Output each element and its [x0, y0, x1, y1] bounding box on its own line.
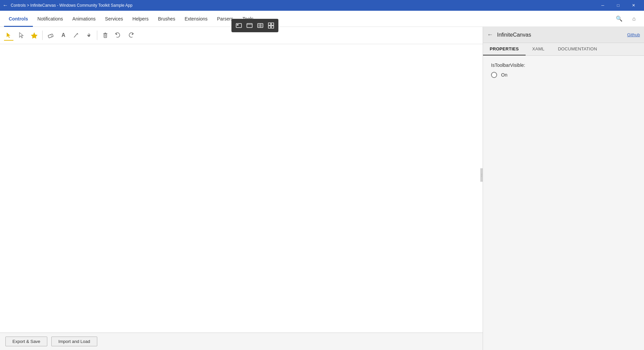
- import-load-button[interactable]: Import and Load: [51, 337, 97, 346]
- menu-item-notifications[interactable]: Notifications: [33, 11, 68, 27]
- panel-content: IsToolbarVisible: On: [483, 56, 644, 350]
- collapse-icon: ⋮: [480, 173, 483, 177]
- canvas-area: A: [0, 27, 483, 350]
- export-save-button[interactable]: Export & Save: [5, 337, 47, 346]
- toggle-row: On: [491, 72, 636, 78]
- tool-select-btn[interactable]: [3, 29, 15, 41]
- menu-item-helpers[interactable]: Helpers: [128, 11, 153, 27]
- titlebar-back-btn[interactable]: ←: [3, 2, 8, 8]
- redo-icon: [127, 32, 134, 39]
- action-undo-btn[interactable]: [112, 29, 124, 41]
- tool-touch-btn[interactable]: [83, 29, 95, 41]
- svg-line-15: [51, 34, 52, 37]
- svg-rect-8: [271, 23, 274, 25]
- tab-properties[interactable]: PROPERTIES: [483, 43, 526, 55]
- ft-display-btn4[interactable]: [266, 21, 276, 30]
- tool-text-btn[interactable]: A: [57, 29, 69, 41]
- toolbar-sep1: [42, 31, 43, 40]
- svg-rect-1: [237, 24, 238, 26]
- tool-eraser-btn[interactable]: [45, 29, 57, 41]
- touch-icon: [86, 32, 92, 39]
- main-layout: A: [0, 27, 644, 350]
- ft-display-btn2[interactable]: [245, 21, 254, 30]
- eraser-icon: [47, 32, 54, 39]
- toggle-radio-on[interactable]: [491, 72, 497, 78]
- menu-item-controls[interactable]: Controls: [4, 11, 33, 27]
- action-redo-btn[interactable]: [125, 29, 137, 41]
- tool-highlight-btn[interactable]: [28, 29, 40, 41]
- right-panel: ← InfiniteCanvas Github PROPERTIES XAML …: [483, 27, 644, 350]
- svg-rect-10: [271, 26, 274, 28]
- ft-icon2: [247, 23, 253, 29]
- toggle-on-label: On: [501, 72, 507, 78]
- ft-display-btn3[interactable]: [256, 21, 265, 30]
- svg-marker-25: [131, 33, 133, 35]
- menu-right-actions: 🔍 ⌂: [613, 13, 640, 25]
- panel-back-btn[interactable]: ←: [487, 31, 493, 38]
- highlight-icon: [31, 32, 38, 39]
- select-icon: [5, 32, 12, 39]
- svg-marker-24: [116, 33, 117, 35]
- svg-marker-12: [19, 33, 23, 38]
- delete-icon: [102, 32, 109, 39]
- menu-item-animations[interactable]: Animations: [68, 11, 100, 27]
- ft-icon1: [236, 23, 242, 29]
- floating-toolbar: [231, 19, 278, 32]
- close-btn[interactable]: ✕: [626, 0, 641, 11]
- node-select-icon: [18, 32, 25, 39]
- undo-icon: [115, 32, 121, 39]
- ft-icon3: [257, 23, 263, 29]
- menu-item-brushes[interactable]: Brushes: [153, 11, 180, 27]
- canvas-content[interactable]: [0, 44, 483, 333]
- search-icon: 🔍: [616, 15, 623, 22]
- text-tool-label: A: [61, 32, 65, 38]
- titlebar: ← Controls > InfiniteCanvas - Windows Co…: [0, 0, 644, 11]
- action-delete-btn[interactable]: [99, 29, 111, 41]
- pen-icon: [73, 32, 79, 39]
- home-btn[interactable]: ⌂: [628, 13, 640, 25]
- toolbar-visible-label: IsToolbarVisible:: [491, 62, 636, 68]
- menu-item-services[interactable]: Services: [100, 11, 128, 27]
- svg-line-16: [74, 33, 77, 37]
- home-icon: ⌂: [632, 16, 636, 22]
- menubar: Controls Notifications Animations Servic…: [0, 11, 644, 27]
- svg-rect-19: [104, 34, 107, 38]
- minimize-btn[interactable]: ─: [595, 0, 610, 11]
- tool-node-select-btn[interactable]: [15, 29, 28, 41]
- svg-marker-11: [7, 33, 10, 38]
- tab-xaml[interactable]: XAML: [526, 43, 551, 55]
- tool-pen-btn[interactable]: [70, 29, 82, 41]
- panel-collapse-handle[interactable]: ⋮: [480, 168, 483, 182]
- window-controls: ─ □ ✕: [595, 0, 641, 11]
- bottom-bar: Export & Save Import and Load: [0, 333, 483, 350]
- ft-display-btn1[interactable]: [234, 21, 244, 30]
- toolbar-sep2: [97, 31, 97, 40]
- svg-marker-13: [31, 32, 38, 39]
- panel-header: ← InfiniteCanvas Github: [483, 27, 644, 43]
- panel-title: InfiniteCanvas: [497, 32, 627, 38]
- svg-rect-7: [268, 23, 271, 25]
- ft-icon4: [268, 23, 274, 29]
- menu-item-extensions[interactable]: Extensions: [180, 11, 212, 27]
- svg-rect-9: [268, 26, 271, 28]
- titlebar-title: Controls > InfiniteCanvas - Windows Comm…: [11, 3, 595, 8]
- tab-documentation[interactable]: DOCUMENTATION: [551, 43, 604, 55]
- panel-tabs: PROPERTIES XAML DOCUMENTATION: [483, 43, 644, 56]
- svg-rect-2: [247, 24, 252, 28]
- search-btn[interactable]: 🔍: [613, 13, 625, 25]
- maximize-btn[interactable]: □: [610, 0, 626, 11]
- github-link[interactable]: Github: [627, 32, 640, 37]
